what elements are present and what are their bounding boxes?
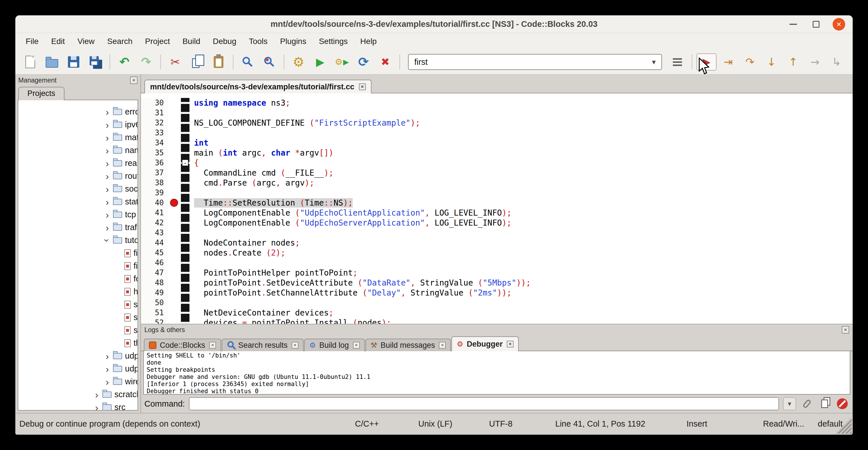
chevron-right-icon[interactable]: › [91, 402, 102, 411]
chevron-right-icon[interactable]: › [101, 184, 113, 194]
menu-item-debug[interactable]: Debug [207, 33, 243, 50]
breakpoint-margin[interactable] [168, 178, 181, 188]
build-button[interactable]: ⚙ [288, 53, 308, 70]
close-icon[interactable]: × [439, 342, 446, 349]
chevron-down-icon[interactable]: › [102, 235, 112, 246]
fold-margin[interactable] [181, 148, 189, 158]
stop-debugger-button[interactable] [835, 397, 849, 411]
logs-close-button[interactable]: × [842, 326, 849, 333]
editor-line[interactable]: 38 cmd.Parse (argc, argv); [141, 178, 852, 188]
incremental-search-options-button[interactable] [668, 53, 687, 70]
editor-tab-first-cc[interactable]: mnt/dev/tools/source/ns-3-dev/examples/t… [144, 80, 372, 93]
logs-tab-debugger[interactable]: ⚙Debugger× [452, 336, 519, 351]
breakpoint-margin[interactable] [168, 108, 181, 118]
fold-margin[interactable] [181, 238, 189, 248]
tree-item-he[interactable]: he [18, 285, 137, 298]
fold-margin[interactable] [181, 228, 189, 238]
step-into-instruction-button[interactable]: ↳ [827, 53, 846, 70]
breakpoint-margin[interactable] [168, 228, 181, 238]
chevron-right-icon[interactable]: › [101, 107, 113, 117]
breakpoint-margin[interactable] [168, 288, 181, 298]
fold-margin[interactable] [181, 168, 189, 178]
debugger-log[interactable]: Setting SHELL to '/bin/sh'doneSetting br… [143, 351, 850, 395]
fold-margin[interactable] [181, 318, 189, 324]
fold-margin[interactable] [181, 108, 189, 118]
menu-item-edit[interactable]: Edit [45, 33, 71, 50]
build-and-run-button[interactable]: ⚙▶ [332, 53, 352, 70]
editor-line[interactable]: 47 PointToPointHelper pointToPoint; [141, 268, 852, 278]
fold-margin[interactable] [181, 298, 189, 308]
tree-item-ipv6[interactable]: ›ipv6 [18, 118, 137, 131]
tree-item-six[interactable]: six [18, 324, 137, 337]
breakpoint-margin[interactable] [168, 238, 181, 248]
chevron-right-icon[interactable]: › [101, 364, 113, 374]
breakpoint-margin[interactable] [168, 298, 181, 308]
close-icon[interactable]: × [507, 341, 514, 348]
fold-collapse-icon[interactable]: - [182, 159, 189, 166]
tree-item-udp[interactable]: ›udp [18, 350, 137, 362]
fold-margin[interactable] [181, 178, 189, 188]
next-line-button[interactable]: ↷ [740, 53, 760, 70]
tree-item-wire[interactable]: ›wire [18, 375, 137, 388]
editor-line[interactable]: 40 Time::SetResolution (Time::NS); [141, 198, 852, 208]
open-file-button[interactable] [42, 53, 62, 70]
editor-line[interactable]: 48 pointToPoint.SetDeviceAttribute ("Dat… [141, 278, 852, 288]
editor-line[interactable]: 35main (int argc, char *argv[]) [141, 148, 852, 158]
tree-item-tuto[interactable]: ›tuto [18, 234, 137, 247]
fold-margin[interactable] [181, 308, 189, 318]
menu-item-plugins[interactable]: Plugins [274, 33, 313, 50]
editor-line[interactable]: 33 [141, 128, 852, 138]
fold-margin[interactable] [181, 258, 189, 268]
rebuild-button[interactable]: ⟳ [353, 53, 373, 70]
title-bar[interactable]: mnt/dev/tools/source/ns-3-dev/examples/t… [16, 16, 852, 33]
menu-item-help[interactable]: Help [354, 33, 383, 50]
tree-item-src[interactable]: ›src [18, 401, 137, 411]
breakpoint-margin[interactable] [168, 218, 181, 228]
fold-margin[interactable] [181, 118, 189, 128]
tree-item-nam[interactable]: ›nam [18, 144, 137, 157]
next-instruction-button[interactable]: → [805, 53, 825, 70]
menu-item-view[interactable]: View [71, 33, 101, 50]
menu-item-settings[interactable]: Settings [312, 33, 354, 50]
editor-line[interactable]: 45 nodes.Create (2); [141, 248, 852, 258]
tree-item-se[interactable]: se [18, 298, 137, 311]
breakpoint-margin[interactable] [168, 128, 181, 138]
fold-margin[interactable] [181, 218, 189, 228]
editor-tab-close-icon[interactable]: × [359, 83, 366, 90]
copy-log-button[interactable] [818, 397, 832, 411]
close-button[interactable]: × [833, 18, 845, 31]
editor-line[interactable]: 49 pointToPoint.SetChannelAttribute ("De… [141, 288, 852, 298]
step-out-button[interactable]: ↑ [783, 53, 803, 70]
fold-margin[interactable] [181, 138, 189, 148]
save-all-button[interactable] [85, 53, 105, 70]
tree-item-udp-[interactable]: ›udp- [18, 362, 137, 375]
cut-button[interactable]: ✂ [165, 53, 185, 70]
tree-item-trafl[interactable]: ›trafl [18, 221, 137, 234]
menu-item-project[interactable]: Project [139, 33, 176, 50]
fold-margin[interactable] [181, 268, 189, 278]
management-close-button[interactable]: × [130, 77, 137, 84]
menu-item-build[interactable]: Build [176, 33, 206, 50]
breakpoint-margin[interactable] [168, 318, 181, 324]
breakpoint-margin[interactable] [168, 148, 181, 158]
abort-button[interactable]: ✖ [375, 53, 395, 70]
close-icon[interactable]: × [353, 342, 360, 349]
close-icon[interactable]: × [291, 342, 299, 349]
editor-line[interactable]: 46 [141, 258, 852, 268]
breakpoint-margin[interactable] [168, 268, 181, 278]
breakpoint-margin[interactable] [168, 248, 181, 258]
menu-item-search[interactable]: Search [101, 33, 139, 50]
tree-item-se[interactable]: se [18, 311, 137, 324]
minimize-button[interactable] [787, 18, 800, 31]
toolbar-overflow-button[interactable]: ▾ [848, 53, 852, 70]
editor-line[interactable]: 50 [141, 298, 852, 308]
editor-line[interactable]: 51 NetDeviceContainer devices; [141, 308, 852, 318]
chevron-right-icon[interactable]: › [101, 197, 113, 207]
close-icon[interactable]: × [209, 342, 216, 349]
tree-item-th[interactable]: th [18, 337, 137, 350]
chevron-right-icon[interactable]: › [101, 133, 113, 143]
fold-margin[interactable]: - [181, 158, 189, 168]
redo-button[interactable]: ↷ [136, 53, 156, 70]
undo-button[interactable]: ↶ [115, 53, 134, 70]
editor-line[interactable]: 30using namespace ns3; [141, 98, 852, 108]
